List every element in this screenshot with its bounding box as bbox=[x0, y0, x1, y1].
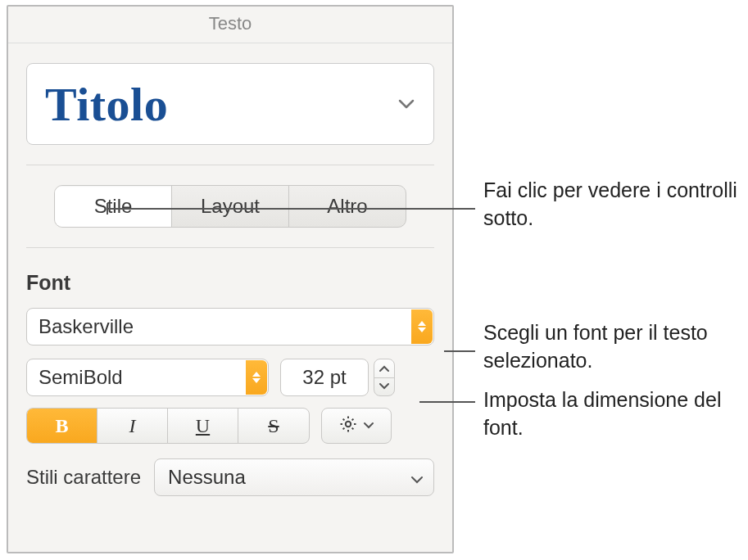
strikethrough-button[interactable]: S bbox=[238, 409, 309, 443]
chevron-down-icon bbox=[363, 418, 374, 433]
chevron-down-icon bbox=[410, 466, 424, 489]
font-size-step-up[interactable] bbox=[374, 359, 394, 378]
stepper-handle-icon bbox=[411, 309, 433, 344]
tab-more[interactable]: Altro bbox=[289, 186, 406, 227]
paragraph-style-name: Titolo bbox=[45, 77, 168, 132]
font-size-step-down[interactable] bbox=[374, 378, 394, 396]
callout-font: Scegli un font per il testo selezionato. bbox=[483, 319, 748, 375]
gear-icon bbox=[338, 414, 358, 437]
tab-layout[interactable]: Layout bbox=[172, 186, 289, 227]
svg-point-0 bbox=[346, 422, 351, 427]
bold-button[interactable]: B bbox=[27, 409, 97, 443]
chevron-down-icon bbox=[397, 98, 415, 110]
divider bbox=[26, 247, 434, 248]
font-family-value: Baskerville bbox=[39, 315, 134, 338]
text-inspector-panel: Testo Titolo Stile Layout Altro Font Bas… bbox=[7, 5, 454, 553]
font-size-value: 32 pt bbox=[302, 366, 346, 389]
italic-button[interactable]: I bbox=[97, 409, 168, 443]
character-styles-label: Stili carattere bbox=[26, 466, 141, 489]
font-size-control: 32 pt bbox=[280, 359, 395, 396]
character-styles-value: Nessuna bbox=[168, 466, 246, 489]
font-size-stepper bbox=[374, 359, 395, 396]
callout-size: Imposta la dimensione del font. bbox=[483, 386, 748, 442]
panel-title: Testo bbox=[8, 7, 452, 43]
font-section-label: Font bbox=[26, 271, 434, 295]
divider bbox=[26, 165, 434, 165]
callout-tabs: Fai clic per vedere i controlli sotto. bbox=[483, 177, 748, 233]
callout-leader bbox=[107, 208, 475, 210]
font-size-field[interactable]: 32 pt bbox=[280, 359, 369, 396]
advanced-options-button[interactable] bbox=[321, 408, 392, 444]
character-styles-popup[interactable]: Nessuna bbox=[154, 458, 434, 496]
font-weight-value: SemiBold bbox=[39, 366, 123, 389]
callout-leader bbox=[444, 350, 475, 352]
underline-button[interactable]: U bbox=[168, 409, 238, 443]
font-weight-popup[interactable]: SemiBold bbox=[26, 359, 269, 396]
callout-leader bbox=[419, 401, 475, 403]
text-style-button-group: B I U S bbox=[26, 408, 310, 444]
tab-style[interactable]: Stile bbox=[55, 186, 172, 227]
stepper-handle-icon bbox=[246, 360, 267, 395]
paragraph-style-popup[interactable]: Titolo bbox=[26, 63, 434, 145]
font-family-popup[interactable]: Baskerville bbox=[26, 308, 434, 345]
